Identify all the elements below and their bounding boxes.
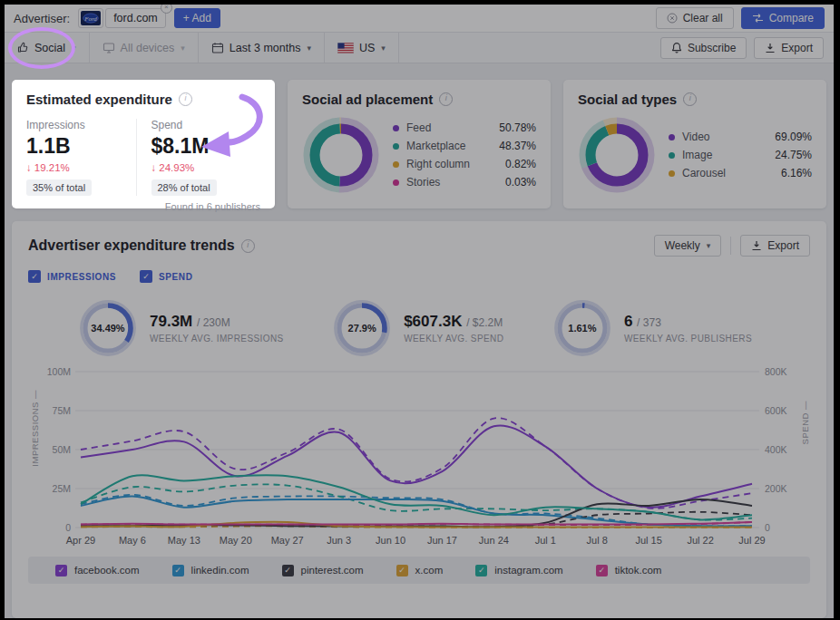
advertiser-chip[interactable]: Ford ford.com × bbox=[78, 8, 166, 28]
devices-filter[interactable]: All devices ▾ bbox=[90, 33, 199, 63]
svg-text:Jul 1: Jul 1 bbox=[535, 535, 556, 546]
trend-chart-canvas: 0025M200K50M400K75M600K100M800KApr 29May… bbox=[28, 364, 821, 551]
legend-item-facebook[interactable]: ✓facebook.com bbox=[55, 565, 140, 576]
subscribe-button[interactable]: Subscribe bbox=[660, 37, 747, 59]
gauge-total: / $2.2M bbox=[466, 316, 503, 329]
legend-item-instagram[interactable]: ✓instagram.com bbox=[475, 565, 562, 576]
gauge-impressions: 34.49% 79.3M / 230M WEEKLY AVG. IMPRESSI… bbox=[79, 299, 284, 357]
svg-text:May 13: May 13 bbox=[168, 535, 200, 546]
calendar-icon bbox=[211, 42, 224, 54]
impressions-label: Impressions bbox=[26, 119, 136, 131]
checkbox-checked-icon: ✓ bbox=[28, 270, 41, 283]
legend-dot bbox=[669, 152, 675, 159]
svg-text:75M: 75M bbox=[53, 405, 71, 416]
svg-text:Jun 24: Jun 24 bbox=[479, 535, 509, 546]
ad-types-legend: Video69.09% Image24.75% Carousel6.16% bbox=[669, 131, 812, 179]
country-filter[interactable]: US ▾ bbox=[325, 33, 399, 63]
gauge-total: / 230M bbox=[197, 316, 230, 329]
date-range-filter[interactable]: Last 3 months ▾ bbox=[199, 33, 325, 63]
export-button[interactable]: Export bbox=[754, 37, 824, 59]
info-icon[interactable]: i bbox=[179, 92, 192, 106]
clear-all-button[interactable]: Clear all bbox=[656, 7, 734, 29]
svg-text:Jul 8: Jul 8 bbox=[587, 535, 608, 546]
series-line-spend-facebook.com bbox=[81, 418, 752, 509]
compare-button[interactable]: Compare bbox=[741, 7, 825, 29]
trends-export-button[interactable]: Export bbox=[740, 235, 810, 257]
expenditure-trends-panel: Advertiser expenditure trends i Weekly ▾… bbox=[12, 221, 826, 618]
channel-filter-social[interactable]: Social ▾ bbox=[5, 33, 90, 63]
series-line-impressions-tiktok.com bbox=[81, 522, 752, 525]
checkbox-checked-icon: ✓ bbox=[396, 565, 408, 576]
estimated-expenditure-card: Estimated expenditure i Impressions 1.1B… bbox=[12, 80, 275, 208]
panel-title: Advertiser expenditure trends bbox=[28, 237, 235, 254]
trend-chart: IMPRESSIONS — SPEND — 0025M200K50M400K75… bbox=[28, 364, 810, 551]
legend-row: Feed50.78% bbox=[393, 121, 536, 134]
series-line-spend-instagram.com bbox=[81, 484, 752, 519]
gauge-publishers: 1.61% 6 / 373 WEEKLY AVG. PUBLISHERS bbox=[553, 299, 752, 357]
compare-icon bbox=[752, 13, 764, 24]
svg-text:Jul 22: Jul 22 bbox=[687, 535, 713, 546]
legend-dot bbox=[393, 179, 399, 186]
svg-text:May 27: May 27 bbox=[271, 535, 304, 546]
svg-text:800K: 800K bbox=[765, 366, 787, 377]
ad-types-donut-chart bbox=[578, 116, 656, 194]
info-icon[interactable]: i bbox=[241, 239, 255, 253]
download-icon bbox=[765, 43, 776, 53]
us-flag-icon bbox=[337, 43, 354, 53]
gauge-caption: WEEKLY AVG. SPEND bbox=[404, 334, 503, 344]
series-toggles: ✓ IMPRESSIONS ✓ SPEND bbox=[28, 270, 810, 283]
chevron-down-icon: ▾ bbox=[707, 241, 711, 250]
info-icon[interactable]: i bbox=[683, 92, 697, 106]
left-axis-title: IMPRESSIONS — bbox=[30, 390, 40, 467]
legend-item-tiktok[interactable]: ✓tiktok.com bbox=[596, 565, 662, 576]
info-icon[interactable]: i bbox=[439, 92, 453, 106]
svg-text:May 6: May 6 bbox=[119, 535, 146, 546]
interval-dropdown[interactable]: Weekly ▾ bbox=[654, 235, 722, 257]
publisher-legend: ✓facebook.com ✓linkedin.com ✓pinterest.c… bbox=[28, 557, 810, 584]
chevron-down-icon: ▾ bbox=[72, 44, 76, 53]
svg-text:400K: 400K bbox=[765, 444, 787, 455]
download-icon bbox=[751, 240, 762, 251]
main-content: Estimated expenditure i Impressions 1.1B… bbox=[5, 63, 834, 618]
arrow-down-icon: ↓ bbox=[26, 162, 32, 173]
svg-text:Apr 29: Apr 29 bbox=[66, 535, 95, 546]
spend-toggle[interactable]: ✓ SPEND bbox=[140, 270, 192, 283]
bell-icon bbox=[671, 42, 682, 53]
social-ad-placement-card: Social ad placement i Feed50.78% Marketp… bbox=[288, 80, 551, 208]
spend-change: ↓ 24.93% bbox=[151, 162, 261, 173]
series-line-impressions-facebook.com bbox=[81, 425, 752, 507]
add-advertiser-button[interactable]: + Add bbox=[174, 8, 220, 28]
placement-donut-chart bbox=[302, 116, 380, 194]
card-title: Social ad placement bbox=[302, 92, 433, 107]
remove-advertiser-icon[interactable]: × bbox=[161, 5, 172, 14]
checkbox-checked-icon: ✓ bbox=[282, 565, 294, 576]
clear-all-icon bbox=[667, 13, 678, 24]
top-bar: Advertiser: Ford ford.com × + Add Clear … bbox=[5, 5, 834, 32]
advertiser-label: Advertiser: bbox=[14, 12, 70, 25]
checkbox-checked-icon: ✓ bbox=[140, 270, 152, 283]
svg-text:Jun 10: Jun 10 bbox=[376, 535, 405, 546]
legend-item-pinterest[interactable]: ✓pinterest.com bbox=[282, 565, 364, 576]
svg-text:100M: 100M bbox=[47, 366, 71, 377]
svg-text:600K: 600K bbox=[765, 405, 787, 416]
spend-share-badge: 28% of total bbox=[151, 179, 217, 196]
gauge-caption: WEEKLY AVG. PUBLISHERS bbox=[624, 334, 752, 344]
chevron-down-icon: ▾ bbox=[307, 44, 311, 53]
gauge-value: 6 bbox=[624, 313, 632, 330]
adclarity-app: Advertiser: Ford ford.com × + Add Clear … bbox=[5, 5, 834, 618]
gauge-percent: 27.9% bbox=[333, 299, 391, 357]
legend-item-linkedin[interactable]: ✓linkedin.com bbox=[172, 565, 249, 576]
thumbs-up-icon bbox=[17, 42, 29, 53]
svg-text:200K: 200K bbox=[765, 483, 787, 494]
legend-item-x[interactable]: ✓x.com bbox=[396, 565, 444, 576]
divider bbox=[730, 237, 731, 255]
svg-text:Jun 17: Jun 17 bbox=[427, 535, 457, 546]
svg-text:50M: 50M bbox=[53, 444, 71, 455]
legend-dot bbox=[393, 143, 399, 150]
gauge-percent: 1.61% bbox=[553, 299, 611, 357]
svg-text:0: 0 bbox=[65, 522, 71, 533]
legend-dot bbox=[393, 161, 399, 168]
checkbox-checked-icon: ✓ bbox=[596, 565, 608, 576]
checkbox-checked-icon: ✓ bbox=[55, 565, 67, 576]
impressions-toggle[interactable]: ✓ IMPRESSIONS bbox=[28, 270, 116, 283]
